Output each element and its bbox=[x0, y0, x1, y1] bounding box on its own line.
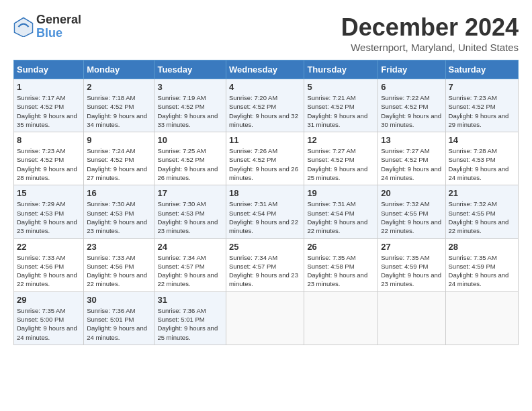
col-wednesday: Wednesday bbox=[226, 60, 304, 79]
day-number: 8 bbox=[17, 135, 81, 145]
day-info: Sunrise: 7:18 AM Sunset: 4:52 PM Dayligh… bbox=[87, 93, 151, 129]
day-number: 15 bbox=[17, 188, 81, 198]
day-number: 5 bbox=[307, 82, 375, 92]
calendar-cell: 10 Sunrise: 7:25 AM Sunset: 4:52 PM Dayl… bbox=[154, 132, 226, 185]
day-number: 22 bbox=[17, 242, 81, 252]
title-section: December 2024 Westernport, Maryland, Uni… bbox=[341, 13, 519, 53]
calendar-cell bbox=[378, 291, 445, 345]
calendar-week-2: 8 Sunrise: 7:23 AM Sunset: 4:52 PM Dayli… bbox=[14, 132, 519, 185]
day-number: 29 bbox=[17, 295, 81, 305]
day-info: Sunrise: 7:19 AM Sunset: 4:52 PM Dayligh… bbox=[157, 93, 223, 129]
calendar-cell: 12 Sunrise: 7:27 AM Sunset: 4:52 PM Dayl… bbox=[304, 132, 378, 185]
day-info: Sunrise: 7:36 AM Sunset: 5:01 PM Dayligh… bbox=[157, 306, 223, 342]
calendar-cell: 20 Sunrise: 7:32 AM Sunset: 4:55 PM Dayl… bbox=[378, 185, 445, 238]
day-number: 17 bbox=[157, 188, 223, 198]
day-number: 7 bbox=[449, 82, 515, 92]
logo-line1: General bbox=[36, 13, 81, 27]
calendar-cell: 11 Sunrise: 7:26 AM Sunset: 4:52 PM Dayl… bbox=[226, 132, 304, 185]
page-header: General Blue December 2024 Westernport, … bbox=[13, 13, 519, 53]
day-number: 28 bbox=[449, 242, 515, 252]
calendar-cell bbox=[445, 291, 518, 345]
day-info: Sunrise: 7:20 AM Sunset: 4:52 PM Dayligh… bbox=[229, 93, 301, 129]
calendar-cell: 18 Sunrise: 7:31 AM Sunset: 4:54 PM Dayl… bbox=[226, 185, 304, 238]
day-number: 25 bbox=[229, 242, 301, 252]
day-number: 24 bbox=[157, 242, 223, 252]
calendar-cell: 4 Sunrise: 7:20 AM Sunset: 4:52 PM Dayli… bbox=[226, 79, 304, 132]
day-info: Sunrise: 7:29 AM Sunset: 4:53 PM Dayligh… bbox=[17, 199, 81, 235]
logo: General Blue bbox=[13, 13, 81, 40]
calendar-cell: 8 Sunrise: 7:23 AM Sunset: 4:52 PM Dayli… bbox=[14, 132, 84, 185]
day-info: Sunrise: 7:32 AM Sunset: 4:55 PM Dayligh… bbox=[449, 199, 515, 235]
calendar-cell: 21 Sunrise: 7:32 AM Sunset: 4:55 PM Dayl… bbox=[445, 185, 518, 238]
calendar-cell: 23 Sunrise: 7:33 AM Sunset: 4:56 PM Dayl… bbox=[84, 238, 154, 291]
calendar-cell: 29 Sunrise: 7:35 AM Sunset: 5:00 PM Dayl… bbox=[14, 291, 84, 345]
calendar-cell: 25 Sunrise: 7:34 AM Sunset: 4:57 PM Dayl… bbox=[226, 238, 304, 291]
calendar-week-3: 15 Sunrise: 7:29 AM Sunset: 4:53 PM Dayl… bbox=[14, 185, 519, 238]
day-number: 21 bbox=[449, 188, 515, 198]
day-number: 23 bbox=[87, 242, 151, 252]
day-number: 13 bbox=[381, 135, 442, 145]
header-row: Sunday Monday Tuesday Wednesday Thursday… bbox=[14, 60, 519, 79]
day-number: 18 bbox=[229, 188, 301, 198]
calendar-cell: 31 Sunrise: 7:36 AM Sunset: 5:01 PM Dayl… bbox=[154, 291, 226, 345]
day-info: Sunrise: 7:23 AM Sunset: 4:52 PM Dayligh… bbox=[449, 93, 515, 129]
day-info: Sunrise: 7:27 AM Sunset: 4:52 PM Dayligh… bbox=[381, 146, 442, 182]
calendar-cell: 17 Sunrise: 7:30 AM Sunset: 4:53 PM Dayl… bbox=[154, 185, 226, 238]
calendar-cell: 13 Sunrise: 7:27 AM Sunset: 4:52 PM Dayl… bbox=[378, 132, 445, 185]
day-number: 26 bbox=[307, 242, 375, 252]
col-sunday: Sunday bbox=[14, 60, 84, 79]
day-info: Sunrise: 7:26 AM Sunset: 4:52 PM Dayligh… bbox=[229, 146, 301, 182]
calendar-cell: 7 Sunrise: 7:23 AM Sunset: 4:52 PM Dayli… bbox=[445, 79, 518, 132]
day-info: Sunrise: 7:30 AM Sunset: 4:53 PM Dayligh… bbox=[87, 199, 151, 235]
col-tuesday: Tuesday bbox=[154, 60, 226, 79]
day-number: 1 bbox=[17, 82, 81, 92]
day-info: Sunrise: 7:23 AM Sunset: 4:52 PM Dayligh… bbox=[17, 146, 81, 182]
calendar-table: Sunday Monday Tuesday Wednesday Thursday… bbox=[13, 60, 519, 345]
day-number: 4 bbox=[229, 82, 301, 92]
day-number: 19 bbox=[307, 188, 375, 198]
day-info: Sunrise: 7:36 AM Sunset: 5:01 PM Dayligh… bbox=[87, 306, 151, 342]
day-info: Sunrise: 7:35 AM Sunset: 4:59 PM Dayligh… bbox=[381, 253, 442, 289]
day-info: Sunrise: 7:32 AM Sunset: 4:55 PM Dayligh… bbox=[381, 199, 442, 235]
calendar-cell: 3 Sunrise: 7:19 AM Sunset: 4:52 PM Dayli… bbox=[154, 79, 226, 132]
calendar-header: Sunday Monday Tuesday Wednesday Thursday… bbox=[14, 60, 519, 79]
calendar-cell: 5 Sunrise: 7:21 AM Sunset: 4:52 PM Dayli… bbox=[304, 79, 378, 132]
calendar-week-1: 1 Sunrise: 7:17 AM Sunset: 4:52 PM Dayli… bbox=[14, 79, 519, 132]
logo-line2: Blue bbox=[36, 27, 81, 40]
day-number: 11 bbox=[229, 135, 301, 145]
day-info: Sunrise: 7:24 AM Sunset: 4:52 PM Dayligh… bbox=[87, 146, 151, 182]
day-info: Sunrise: 7:22 AM Sunset: 4:52 PM Dayligh… bbox=[381, 93, 442, 129]
day-info: Sunrise: 7:28 AM Sunset: 4:53 PM Dayligh… bbox=[449, 146, 515, 182]
day-info: Sunrise: 7:34 AM Sunset: 4:57 PM Dayligh… bbox=[229, 253, 301, 289]
day-number: 10 bbox=[157, 135, 223, 145]
day-number: 14 bbox=[449, 135, 515, 145]
calendar-cell: 22 Sunrise: 7:33 AM Sunset: 4:56 PM Dayl… bbox=[14, 238, 84, 291]
day-info: Sunrise: 7:31 AM Sunset: 4:54 PM Dayligh… bbox=[229, 199, 301, 235]
calendar-cell: 2 Sunrise: 7:18 AM Sunset: 4:52 PM Dayli… bbox=[84, 79, 154, 132]
calendar-cell bbox=[304, 291, 378, 345]
calendar-cell: 9 Sunrise: 7:24 AM Sunset: 4:52 PM Dayli… bbox=[84, 132, 154, 185]
calendar-cell bbox=[226, 291, 304, 345]
logo-icon bbox=[13, 17, 34, 37]
calendar-cell: 27 Sunrise: 7:35 AM Sunset: 4:59 PM Dayl… bbox=[378, 238, 445, 291]
day-info: Sunrise: 7:33 AM Sunset: 4:56 PM Dayligh… bbox=[17, 253, 81, 289]
calendar-cell: 1 Sunrise: 7:17 AM Sunset: 4:52 PM Dayli… bbox=[14, 79, 84, 132]
calendar-cell: 6 Sunrise: 7:22 AM Sunset: 4:52 PM Dayli… bbox=[378, 79, 445, 132]
day-number: 3 bbox=[157, 82, 223, 92]
day-info: Sunrise: 7:21 AM Sunset: 4:52 PM Dayligh… bbox=[307, 93, 375, 129]
calendar-cell: 16 Sunrise: 7:30 AM Sunset: 4:53 PM Dayl… bbox=[84, 185, 154, 238]
day-number: 6 bbox=[381, 82, 442, 92]
calendar-cell: 24 Sunrise: 7:34 AM Sunset: 4:57 PM Dayl… bbox=[154, 238, 226, 291]
calendar-cell: 30 Sunrise: 7:36 AM Sunset: 5:01 PM Dayl… bbox=[84, 291, 154, 345]
calendar-week-4: 22 Sunrise: 7:33 AM Sunset: 4:56 PM Dayl… bbox=[14, 238, 519, 291]
day-info: Sunrise: 7:30 AM Sunset: 4:53 PM Dayligh… bbox=[157, 199, 223, 235]
col-saturday: Saturday bbox=[445, 60, 518, 79]
day-number: 30 bbox=[87, 295, 151, 305]
location: Westernport, Maryland, United States bbox=[341, 42, 519, 53]
day-number: 16 bbox=[87, 188, 151, 198]
day-number: 20 bbox=[381, 188, 442, 198]
calendar-cell: 15 Sunrise: 7:29 AM Sunset: 4:53 PM Dayl… bbox=[14, 185, 84, 238]
day-info: Sunrise: 7:31 AM Sunset: 4:54 PM Dayligh… bbox=[307, 199, 375, 235]
day-info: Sunrise: 7:35 AM Sunset: 4:58 PM Dayligh… bbox=[307, 253, 375, 289]
col-thursday: Thursday bbox=[304, 60, 378, 79]
